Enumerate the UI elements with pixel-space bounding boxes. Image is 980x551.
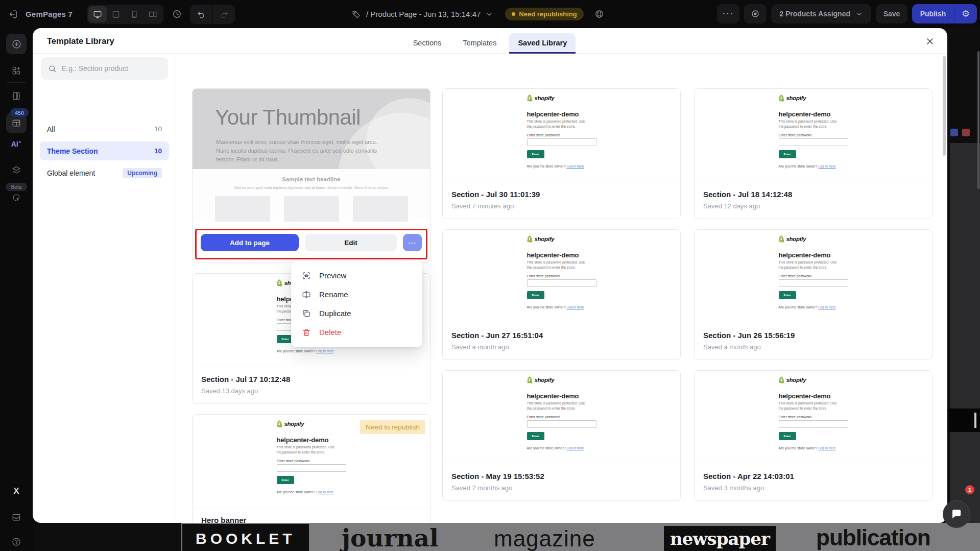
more-options-button[interactable]: ···: [717, 4, 739, 23]
enter-button: Enter: [527, 150, 544, 158]
close-icon[interactable]: [925, 36, 935, 46]
save-button[interactable]: Save: [876, 4, 907, 23]
store-owner-line: Are you the store owner? Log in here: [277, 490, 346, 494]
press-logos-strip: BOOKLET journal magazine newspaper publi…: [181, 523, 980, 551]
interactions-button[interactable]: [6, 187, 27, 208]
saved-section-card[interactable]: shopify helpcenter-demo This store is pa…: [442, 88, 681, 219]
undo-button[interactable]: [190, 5, 212, 24]
store-owner-line: Are you the store owner? Log in here: [779, 164, 848, 168]
search-input[interactable]: [62, 64, 154, 73]
status-dot: [512, 12, 515, 16]
store-description: This store is password protected. Use th…: [527, 119, 587, 129]
store-description: This store is password protected. Use th…: [779, 401, 839, 411]
menu-item-preview[interactable]: Preview: [291, 266, 422, 285]
card-title: Section - Jul 17 10:12:48: [201, 375, 421, 384]
globe-icon[interactable]: [591, 5, 608, 24]
shopify-logo: shopify: [779, 235, 848, 243]
mobile-view-button[interactable]: [125, 6, 144, 22]
page-scrollbar[interactable]: [977, 51, 979, 189]
store-name: helpcenter-demo: [277, 436, 346, 444]
card-saved-date: Saved 13 days ago: [201, 387, 421, 395]
saved-section-card[interactable]: shopify helpcenter-demo This store is pa…: [694, 229, 933, 360]
responsive-view-button[interactable]: [144, 6, 162, 22]
store-password-input: [779, 138, 848, 146]
login-link: Log in here: [566, 305, 584, 309]
top-bar: GemPages 7: [0, 0, 980, 28]
brand-logo: GemPages 7: [26, 10, 73, 18]
store-description: This store is password protected. Use th…: [779, 260, 839, 270]
add-element-button[interactable]: [6, 34, 27, 54]
section-thumbnail: shopify helpcenter-demo This store is pa…: [443, 89, 680, 182]
enter-button: Enter: [779, 432, 796, 440]
card-more-button[interactable]: ···: [403, 234, 422, 251]
category-theme-section[interactable]: Theme Section10: [40, 141, 169, 160]
card-saved-date: Saved 2 months ago: [451, 484, 672, 492]
chevron-down-icon: [855, 10, 863, 18]
category-all[interactable]: All10: [40, 119, 169, 138]
featured-section-card[interactable]: Your Thumbnail Maecenas velit eros, curs…: [192, 88, 431, 263]
chat-launcher[interactable]: [943, 500, 970, 528]
store-name: helpcenter-demo: [527, 110, 596, 118]
featured-card-actions: Add to page Edit ···: [193, 222, 430, 263]
card-title: Section - Jun 26 15:56:19: [703, 331, 923, 340]
publish-settings-gear-icon[interactable]: ⚙: [954, 4, 977, 23]
tab-sections[interactable]: Sections: [404, 33, 450, 54]
edit-button[interactable]: Edit: [305, 234, 397, 251]
breadcrumb[interactable]: / Product Page - Jun 13, 15:14:47: [366, 10, 481, 18]
saved-section-card[interactable]: shopify helpcenter-demo This store is pa…: [694, 370, 933, 501]
pages-button[interactable]: [6, 86, 27, 106]
preview-button[interactable]: [744, 4, 767, 23]
saved-section-card[interactable]: Need to republish shopify helpcenter-dem…: [192, 414, 431, 523]
enter-button: Enter: [527, 291, 544, 299]
products-assigned-dropdown[interactable]: 2 Products Assigned: [771, 4, 871, 23]
status-badge: Need republishing: [505, 8, 583, 20]
menu-item-duplicate[interactable]: Duplicate: [291, 304, 422, 323]
modal-scrollbar[interactable]: [943, 56, 946, 156]
ai-assistant-button[interactable]: AI✦: [0, 140, 33, 148]
exit-editor-icon[interactable]: [7, 8, 20, 21]
device-switcher: [87, 5, 163, 24]
modal-header: Template Library Sections Templates Save…: [33, 28, 947, 54]
editor-left-sidebar: 450 AI✦ Beta X: [0, 28, 33, 551]
password-label: Enter store password: [277, 459, 346, 463]
card-context-menu: Preview Rename Duplicate Delete: [291, 260, 422, 347]
card-title: Section - Jul 18 14:12:48: [703, 190, 923, 199]
modal-tabs: Sections Templates Saved Library: [33, 28, 947, 54]
magazine-logo: magazine: [494, 526, 595, 551]
card-footer: Section - Jul 18 14:12:48 Saved 12 days …: [695, 182, 932, 219]
tab-templates[interactable]: Templates: [454, 33, 505, 54]
search-box[interactable]: [41, 57, 168, 80]
tablet-view-button[interactable]: [107, 6, 125, 22]
store-owner-line: Are you the store owner? Log in here: [277, 349, 346, 353]
category-global-element[interactable]: Global elementUpcoming: [40, 163, 169, 182]
credits-badge: 450: [10, 108, 29, 117]
card-footer: Section - May 19 15:53:52 Saved 2 months…: [443, 464, 680, 500]
publish-button[interactable]: Publish: [912, 4, 954, 23]
blocks-library-button[interactable]: [6, 60, 27, 81]
search-icon: [48, 64, 57, 73]
store-owner-line: Are you the store owner? Log in here: [779, 305, 848, 309]
password-label: Enter store password: [527, 133, 596, 137]
card-footer: Section - Jun 26 15:56:19 Saved a month …: [695, 323, 932, 360]
saved-section-card[interactable]: shopify helpcenter-demo This store is pa…: [442, 229, 681, 360]
redo-button[interactable]: [212, 5, 235, 24]
history-icon[interactable]: [169, 5, 185, 24]
password-label: Enter store password: [779, 415, 848, 419]
menu-item-rename[interactable]: Rename: [291, 285, 422, 304]
store-owner-line: Are you the store owner? Log in here: [527, 446, 596, 450]
section-thumbnail: Need to republish shopify helpcenter-dem…: [193, 415, 430, 508]
x-social-icon[interactable]: X: [0, 486, 33, 496]
help-button[interactable]: [6, 532, 27, 551]
booklet-logo: BOOKLET: [182, 524, 309, 551]
desktop-view-button[interactable]: [88, 6, 107, 22]
login-link: Log in here: [818, 305, 835, 309]
add-to-page-button[interactable]: Add to page: [201, 234, 299, 251]
chevron-down-icon[interactable]: [485, 10, 493, 18]
layers-button[interactable]: [6, 160, 27, 180]
saved-section-card[interactable]: shopify helpcenter-demo This store is pa…: [442, 370, 681, 501]
menu-item-delete[interactable]: Delete: [291, 323, 422, 342]
card-saved-date: Saved a month ago: [703, 343, 923, 351]
inbox-button[interactable]: [6, 507, 27, 528]
saved-section-card[interactable]: shopify helpcenter-demo This store is pa…: [694, 88, 933, 219]
tab-saved-library[interactable]: Saved Library: [509, 33, 576, 54]
